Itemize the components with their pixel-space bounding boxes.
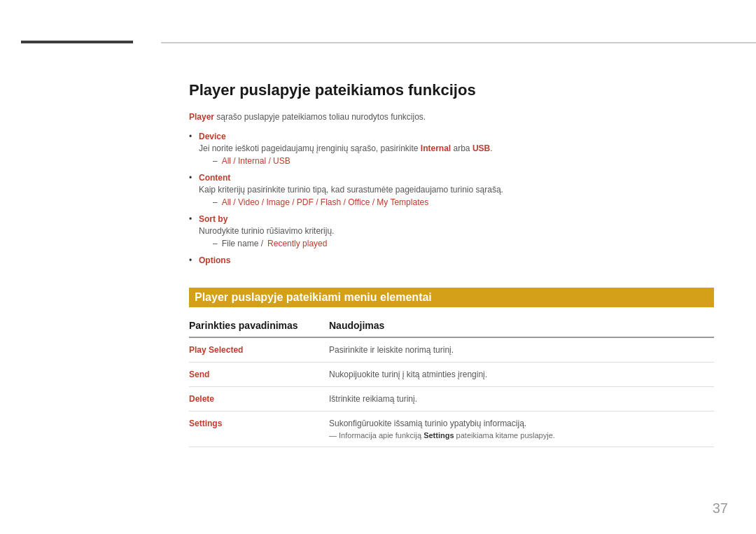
- table-header: Parinkties pavadinimas Naudojimas: [189, 320, 714, 337]
- table-row: Delete Ištrinkite reikiamą turinį.: [189, 387, 714, 412]
- row-desc-delete: Ištrinkite reikiamą turinį.: [329, 387, 714, 412]
- row-name-send: Send: [189, 363, 329, 387]
- page-number: 37: [713, 500, 728, 517]
- col1-header: Parinkties pavadinimas: [189, 320, 329, 337]
- settings-desc: Sukonfigūruokite išsamią turinio ypatybi…: [329, 419, 714, 428]
- section-highlight: Player puslapyje pateikiami meniu elemen…: [189, 288, 714, 307]
- device-sub-text: All / Internal / USB: [222, 156, 290, 166]
- sidebar-top-bar: [21, 41, 133, 43]
- intro-text: Player sąrašo puslapyje pateikiamos toli…: [189, 112, 714, 122]
- settings-note: Informacija apie funkciją Settings patei…: [329, 431, 714, 440]
- bullet-device-label: Device: [199, 132, 226, 141]
- table-body: Play Selected Pasirinkite ir leiskite no…: [189, 337, 714, 447]
- row-name-play: Play Selected: [189, 337, 329, 363]
- bullet-options-label: Options: [199, 255, 230, 265]
- bullet-device-desc: Jei norite ieškoti pageidaujamų įrengini…: [199, 143, 714, 153]
- bullet-list: Device Jei norite ieškoti pageidaujamų į…: [189, 132, 714, 265]
- table-row: Play Selected Pasirinkite ir leiskite no…: [189, 337, 714, 363]
- bullet-content-desc: Kaip kriterijų pasirinkite turinio tipą,…: [199, 185, 714, 195]
- bullet-options: Options: [189, 255, 714, 265]
- intro-highlight: Player: [189, 112, 214, 122]
- content-sub-item: All / Video / Image / PDF / Flash / Offi…: [199, 197, 714, 207]
- row-desc-send: Nukopijuokite turinį į kitą atminties įr…: [329, 363, 714, 387]
- table-row: Send Nukopijuokite turinį į kitą atminti…: [189, 363, 714, 387]
- page-container: Player puslapyje pateikiamos funkcijos P…: [0, 0, 756, 534]
- bullet-sortby-desc: Nurodykite turinio rūšiavimo kriterijų.: [199, 226, 714, 236]
- col2-header: Naudojimas: [329, 320, 714, 337]
- page-title: Player puslapyje pateikiamos funkcijos: [189, 81, 714, 99]
- menu-table: Parinkties pavadinimas Naudojimas Play S…: [189, 320, 714, 447]
- settings-bold: Settings: [424, 431, 454, 440]
- content-sub-text: All / Video / Image / PDF / Flash / Offi…: [222, 197, 428, 207]
- main-content: Player puslapyje pateikiamos funkcijos P…: [161, 42, 756, 534]
- intro-suffix: sąrašo puslapyje pateikiamos toliau nuro…: [214, 112, 426, 122]
- bullet-content: Content Kaip kriterijų pasirinkite turin…: [189, 173, 714, 207]
- device-sub-item: All / Internal / USB: [199, 156, 714, 166]
- row-name-delete: Delete: [189, 387, 329, 412]
- usb-link: USB: [472, 143, 490, 153]
- internal-link: Internal: [421, 143, 451, 153]
- bullet-sortby: Sort by Nurodykite turinio rūšiavimo kri…: [189, 214, 714, 248]
- table-row: Settings Sukonfigūruokite išsamią turini…: [189, 412, 714, 447]
- row-name-settings: Settings: [189, 412, 329, 447]
- bullet-sortby-label: Sort by: [199, 214, 227, 224]
- bullet-content-label: Content: [199, 173, 230, 183]
- bullet-device: Device Jei norite ieškoti pageidaujamų į…: [189, 132, 714, 166]
- sortby-filename: File name /: [222, 239, 263, 248]
- sortby-sub-item: File name / Recently played: [199, 239, 714, 248]
- sortby-recently: Recently played: [267, 239, 327, 248]
- row-desc-settings: Sukonfigūruokite išsamią turinio ypatybi…: [329, 412, 714, 447]
- row-desc-play: Pasirinkite ir leiskite norimą turinį.: [329, 337, 714, 363]
- top-border: [161, 43, 756, 43]
